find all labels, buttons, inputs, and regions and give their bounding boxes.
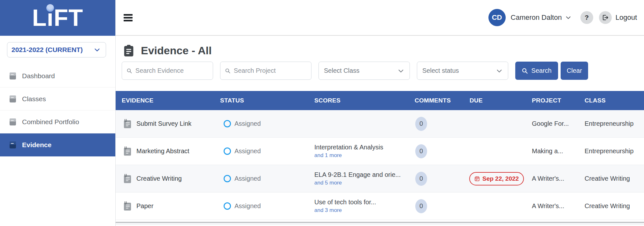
evidence-document-icon [123, 146, 132, 156]
comments-cell: 0 [415, 117, 468, 131]
school-year-value: 2021-2022 (CURRENT) [12, 46, 83, 54]
status-assigned-icon [224, 120, 231, 127]
evidence-title: Paper [136, 202, 153, 210]
sidebar: LıFT 2021-2022 (CURRENT) Dashboard Class… [0, 0, 116, 226]
evidence-title: Marketing Abstract [136, 147, 189, 155]
column-header-due: DUE [468, 97, 531, 104]
chevron-down-icon [397, 67, 404, 74]
search-project-field [220, 62, 311, 80]
table-row[interactable]: Creative Writing Assigned ELA 9-2B.1 Eng… [116, 165, 644, 192]
table-row[interactable]: Submit Survey Link Assigned 0 [116, 110, 644, 138]
logout-button[interactable]: Logout [616, 13, 637, 22]
search-evidence-field [122, 62, 213, 80]
search-button[interactable]: Search [515, 62, 558, 80]
book-icon [8, 140, 17, 149]
table-row[interactable]: Marketing Abstract Assigned Interpretati… [116, 138, 644, 165]
help-button[interactable]: ? [580, 11, 593, 24]
book-icon [8, 94, 17, 103]
search-icon [522, 68, 528, 74]
chevron-down-icon [496, 67, 503, 74]
due-cell: Sep 22, 2022 [468, 172, 531, 185]
search-icon [126, 68, 132, 74]
status-select[interactable]: Select status [417, 62, 508, 80]
comment-count-badge: 0 [415, 117, 427, 131]
comments-cell: 0 [415, 144, 468, 158]
search-evidence-input[interactable] [135, 67, 208, 74]
book-icon [8, 117, 17, 126]
sidebar-item-label: Dashboard [22, 72, 55, 80]
logout-icon-button[interactable] [599, 11, 612, 24]
avatar[interactable]: CD [488, 9, 506, 26]
table-header: EVIDENCE STATUS SCORES COMMENTS DUE PROJ… [116, 91, 644, 110]
sidebar-item-classes[interactable]: Classes [0, 87, 115, 110]
column-header-status: STATUS [220, 97, 314, 104]
comment-count-badge: 0 [415, 172, 427, 186]
table-bottom-divider [116, 222, 644, 225]
main-content: Evidence - All Select Class Select statu… [116, 36, 644, 226]
score-more-link[interactable]: and 3 more [314, 207, 415, 214]
evidence-cell: Marketing Abstract [116, 146, 220, 156]
comments-cell: 0 [415, 172, 468, 186]
evidence-cell: Paper [116, 201, 220, 211]
class-cell: Creative Writing [584, 175, 644, 182]
score-more-link[interactable]: and 1 more [314, 152, 415, 159]
evidence-title: Submit Survey Link [136, 120, 191, 127]
filter-bar: Select Class Select status Search Clear [116, 62, 644, 80]
class-cell: Entrepreneurship [584, 147, 644, 155]
book-icon [8, 72, 17, 80]
class-select-value: Select Class [324, 67, 359, 74]
scores-cell: Interpretation & Analysis and 1 more [314, 144, 415, 159]
user-area: CD Cameron Dalton ? Logout [488, 9, 637, 26]
score-label: Use of tech tools for... [314, 199, 415, 206]
status-assigned-icon [224, 147, 231, 155]
app-logo[interactable]: LıFT [0, 0, 115, 36]
logo-text-i: ı [47, 6, 54, 30]
project-cell: Making a... [531, 147, 584, 155]
due-date-label: Sep 22, 2022 [482, 175, 519, 182]
project-cell: Google For... [531, 120, 584, 127]
user-name[interactable]: Cameron Dalton [511, 13, 562, 22]
chevron-down-icon[interactable] [565, 14, 571, 21]
column-header-comments: COMMENTS [415, 97, 468, 104]
logout-icon [602, 14, 609, 21]
clear-button[interactable]: Clear [561, 62, 588, 80]
filter-buttons: Search Clear [515, 62, 588, 80]
status-cell: Assigned [220, 147, 314, 155]
table-row[interactable]: Paper Assigned Use of tech tools for... … [116, 192, 644, 220]
status-label: Assigned [234, 147, 261, 155]
status-cell: Assigned [220, 175, 314, 182]
sidebar-item-label: Classes [22, 95, 46, 103]
clipboard-icon [123, 44, 134, 57]
class-cell: Entrepreneurship [584, 120, 644, 127]
project-cell: A Writer's... [531, 202, 584, 210]
project-cell: A Writer's... [531, 175, 584, 182]
comment-count-badge: 0 [415, 199, 427, 213]
topbar: CD Cameron Dalton ? Logout [116, 0, 644, 36]
table-body: Submit Survey Link Assigned 0 [116, 110, 644, 220]
sidebar-item-evidence[interactable]: Evidence [0, 133, 115, 156]
scores-cell: Use of tech tools for... and 3 more [314, 199, 415, 214]
school-year-selector[interactable]: 2021-2022 (CURRENT) [7, 42, 106, 57]
page-header: Evidence - All [116, 36, 644, 62]
class-select[interactable]: Select Class [318, 62, 410, 80]
chevron-down-icon [94, 46, 101, 53]
sidebar-item-dashboard[interactable]: Dashboard [0, 64, 115, 87]
search-project-input[interactable] [234, 67, 307, 74]
evidence-document-icon [123, 119, 132, 129]
comment-count-badge: 0 [415, 144, 427, 158]
evidence-document-icon [123, 201, 132, 211]
evidence-document-icon [123, 174, 132, 184]
status-cell: Assigned [220, 120, 314, 127]
score-more-link[interactable]: and 5 more [314, 180, 415, 186]
menu-toggle-button[interactable] [124, 13, 133, 23]
status-label: Assigned [234, 202, 261, 210]
status-label: Assigned [234, 120, 261, 127]
page-title: Evidence - All [141, 44, 212, 57]
score-label: Interpretation & Analysis [314, 144, 415, 151]
column-header-scores: SCORES [314, 97, 415, 104]
sidebar-item-label: Evidence [22, 141, 51, 149]
logo-text-ft: FT [54, 6, 83, 30]
status-assigned-icon [224, 202, 231, 210]
sidebar-nav: Dashboard Classes Combined Portfolio Evi… [0, 64, 115, 156]
sidebar-item-combined-portfolio[interactable]: Combined Portfolio [0, 110, 115, 133]
